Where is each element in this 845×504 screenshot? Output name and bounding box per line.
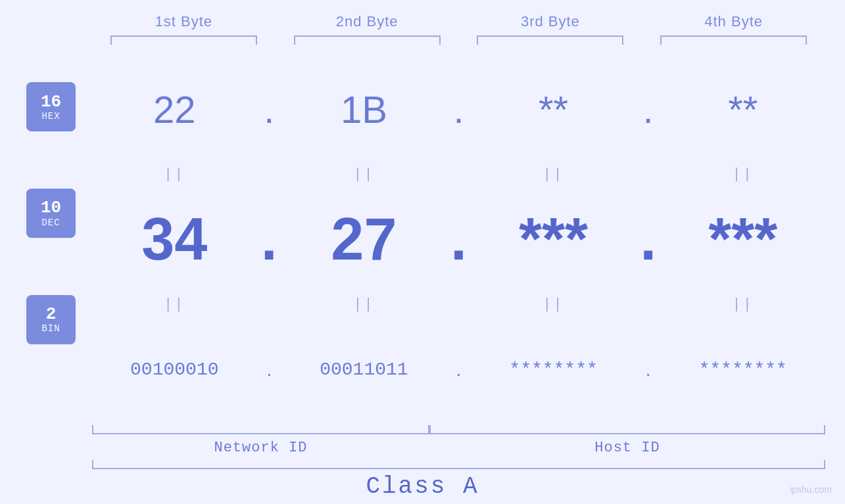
dec-sep2: . xyxy=(449,206,468,273)
bin-sep2-cell: . xyxy=(447,359,471,380)
bin-b4-value: ******** xyxy=(698,359,786,380)
pipe-2-b1: || xyxy=(92,296,257,313)
byte-headers-row: 1st Byte 2nd Byte 3rd Byte 4th Byte xyxy=(92,0,825,30)
bin-b3-cell: ******** xyxy=(471,359,636,380)
page-container: 1st Byte 2nd Byte 3rd Byte 4th Byte 16 H… xyxy=(0,0,845,504)
dec-b2-value: 27 xyxy=(331,206,397,273)
dec-sep3-cell: . xyxy=(636,206,661,273)
bin-row: 00100010 . 00011011 . ******** . xyxy=(92,315,825,425)
hex-sep3: . xyxy=(642,87,655,131)
pipe-1-b2: || xyxy=(281,166,447,183)
pipe-1-b3: || xyxy=(471,166,636,183)
class-label-row: Class A xyxy=(0,473,845,500)
bracket-cell-3 xyxy=(459,33,642,47)
pipe-row-2: || || || || xyxy=(92,295,825,315)
dec-badge-label: DEC xyxy=(41,218,60,228)
hex-sep1-cell: . xyxy=(257,87,282,131)
id-labels-row: Network ID Host ID xyxy=(92,437,825,459)
host-id-label: Host ID xyxy=(429,437,825,459)
dec-b3-cell: *** xyxy=(471,206,636,273)
hex-b3-value: ** xyxy=(539,87,568,131)
pipe-2-b2: || xyxy=(281,296,447,313)
bin-sep3: . xyxy=(644,359,652,380)
watermark: ipshu.com xyxy=(790,484,832,495)
dec-badge: 10 DEC xyxy=(26,189,76,238)
dec-sep1: . xyxy=(260,206,279,273)
dec-sep3: . xyxy=(639,206,658,273)
top-bracket-3 xyxy=(477,35,623,45)
bin-badge-label: BIN xyxy=(41,323,60,334)
badges-column: 16 HEX 10 DEC 2 BIN xyxy=(26,54,92,425)
hex-b1-cell: 22 xyxy=(92,87,257,131)
pipe-1-b4: || xyxy=(660,166,825,183)
hex-badge: 16 HEX xyxy=(26,82,76,131)
dec-b1-cell: 34 xyxy=(92,206,257,273)
bin-badge: 2 BIN xyxy=(26,295,76,344)
hex-b4-cell: ** xyxy=(660,87,825,131)
bin-sep1-cell: . xyxy=(257,359,282,380)
bin-sep3-cell: . xyxy=(636,359,661,380)
bracket-cell-2 xyxy=(276,33,459,47)
main-content: 16 HEX 10 DEC 2 BIN 22 . xyxy=(26,54,825,425)
hex-sep2-cell: . xyxy=(447,87,471,131)
dec-sep1-cell: . xyxy=(257,206,282,273)
dec-badge-num: 10 xyxy=(41,198,61,218)
top-bracket-4 xyxy=(660,35,807,45)
dec-b1-value: 34 xyxy=(141,206,207,273)
hex-b4-value: ** xyxy=(728,87,758,131)
hex-b3-cell: ** xyxy=(471,87,636,131)
bin-badge-num: 2 xyxy=(46,305,57,324)
network-id-label: Network ID xyxy=(92,437,429,459)
hex-b2-value: 1B xyxy=(341,87,387,131)
byte4-header: 4th Byte xyxy=(642,13,825,30)
byte1-header: 1st Byte xyxy=(92,13,276,30)
bin-b1-cell: 00100010 xyxy=(92,359,257,380)
hex-b2-cell: 1B xyxy=(281,87,447,131)
top-brackets xyxy=(92,33,825,47)
bottom-brackets xyxy=(92,425,825,436)
dec-b4-cell: *** xyxy=(660,206,825,273)
byte3-header: 3rd Byte xyxy=(459,13,642,30)
dec-b4-value: *** xyxy=(708,206,777,273)
hex-row: 22 . 1B . ** . ** xyxy=(92,54,825,164)
bin-b3-value: ******** xyxy=(509,359,597,380)
host-bracket xyxy=(429,425,825,434)
hex-b1-value: 22 xyxy=(153,87,196,131)
class-label: Class A xyxy=(366,473,479,500)
hex-badge-label: HEX xyxy=(41,111,60,122)
class-bracket xyxy=(92,460,825,469)
hex-sep2: . xyxy=(452,87,465,131)
hex-badge-num: 16 xyxy=(41,93,61,112)
pipe-2-b4: || xyxy=(660,296,825,313)
bin-b2-value: 00011011 xyxy=(320,359,408,380)
network-bracket xyxy=(92,425,429,434)
bin-sep2: . xyxy=(455,359,463,380)
pipe-1-b1: || xyxy=(92,166,257,183)
bin-b1-value: 00100010 xyxy=(130,359,218,380)
byte2-header: 2nd Byte xyxy=(276,13,459,30)
top-bracket-2 xyxy=(294,35,441,45)
dec-row: 34 . 27 . *** . *** xyxy=(92,184,825,294)
bracket-cell-1 xyxy=(92,33,276,47)
hex-sep1: . xyxy=(262,87,276,131)
dec-b3-value: *** xyxy=(519,206,588,273)
bin-b2-cell: 00011011 xyxy=(281,359,447,380)
bin-sep1: . xyxy=(265,359,273,380)
bracket-cell-4 xyxy=(642,33,825,47)
dec-sep2-cell: . xyxy=(447,206,471,273)
hex-sep3-cell: . xyxy=(636,87,661,131)
pipe-row-1: || || || || xyxy=(92,164,825,184)
values-area: 22 . 1B . ** . ** xyxy=(92,54,825,425)
dec-b2-cell: 27 xyxy=(281,206,447,273)
top-bracket-1 xyxy=(110,35,257,45)
pipe-2-b3: || xyxy=(471,296,636,313)
bin-b4-cell: ******** xyxy=(660,359,825,380)
